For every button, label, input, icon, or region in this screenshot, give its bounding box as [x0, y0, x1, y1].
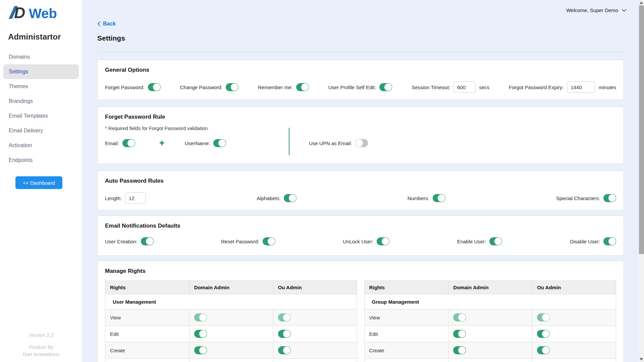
sidebar-item-themes[interactable]: Themes	[0, 79, 82, 94]
table-row: Create	[365, 342, 616, 358]
remember-me-toggle[interactable]	[296, 83, 309, 91]
auto-password-rules-title: Auto Password Rules	[105, 178, 616, 184]
change-password-label: Change Password:	[180, 84, 223, 90]
sidebar-item-domains[interactable]: Domains	[0, 50, 82, 64]
email-notifications-title: Email Notifications Defaults	[105, 223, 616, 229]
group-header-group-management: Group Management	[365, 294, 616, 309]
sidebar-item-activation[interactable]: Activation	[0, 138, 82, 153]
length-input[interactable]	[125, 192, 146, 204]
group-edit-ou-admin-toggle[interactable]	[537, 330, 550, 338]
user-create-ou-admin-toggle[interactable]	[278, 346, 291, 354]
vertical-scrollbar[interactable]	[639, 0, 644, 362]
forgot-expiry-label: Forgot Password Expiry:	[509, 84, 564, 90]
forgot-expiry-input[interactable]	[567, 81, 595, 93]
special-characters-toggle[interactable]	[603, 194, 616, 202]
session-timeout-input[interactable]	[453, 81, 476, 93]
sidebar-item-brandings[interactable]: Brandings	[0, 94, 82, 109]
row-label	[365, 359, 448, 362]
row-label: Edit	[105, 326, 189, 342]
sidebar-item-endpoints[interactable]: Endpoints	[0, 153, 82, 168]
numbers-toggle[interactable]	[433, 194, 445, 202]
session-timeout-label: Session Timeout:	[412, 84, 450, 90]
enable-user-toggle[interactable]	[489, 237, 502, 245]
table-row: View	[105, 309, 357, 325]
group-create-ou-admin-toggle[interactable]	[537, 346, 550, 354]
back-button[interactable]: Back	[97, 21, 116, 27]
auto-password-rules-card: Auto Password Rules Length: Alphabets: N…	[97, 171, 624, 210]
upn-toggle[interactable]	[355, 139, 368, 147]
forgot-expiry-unit: minutes	[598, 84, 616, 90]
header-domain-admin: Domain Admin	[189, 281, 273, 294]
table-row	[105, 358, 357, 362]
product-name-label: Dart Innovations	[0, 351, 82, 358]
reset-password-toggle[interactable]	[263, 237, 275, 245]
upn-label: Use UPN as Email:	[309, 140, 352, 146]
unlock-user-label: UnLock User:	[343, 239, 373, 244]
user-create-domain-admin-toggle[interactable]	[194, 346, 207, 354]
logo-web-text: Web	[29, 6, 57, 21]
logo-mark-text: D	[14, 4, 25, 21]
row-label: View	[365, 309, 448, 325]
user-edit-domain-admin-toggle[interactable]	[194, 330, 207, 338]
header-ou-admin: Ou Admin	[532, 281, 616, 294]
header-rights: Rights	[365, 281, 448, 294]
title-divider	[97, 52, 624, 52]
disable-user-toggle[interactable]	[603, 237, 616, 245]
email-rule-toggle[interactable]	[122, 139, 135, 147]
username-rule-label: UserName:	[184, 140, 210, 146]
user-creation-setting: User Creation:	[105, 237, 154, 245]
scroll-up-arrow-icon[interactable]	[640, 1, 643, 4]
username-rule-toggle[interactable]	[213, 139, 226, 147]
alphabets-setting: Alphabets:	[257, 194, 297, 202]
email-notifications-card: Email Notifications Defaults User Creati…	[97, 216, 624, 256]
table-row: Edit	[105, 325, 357, 342]
scroll-down-arrow-icon[interactable]	[640, 358, 643, 361]
profile-self-edit-toggle[interactable]	[379, 83, 392, 91]
dashboard-button[interactable]: << Dashboard	[15, 176, 62, 189]
table-header-row: Rights Domain Admin Ou Admin	[365, 281, 616, 294]
rights-table-user-management: Rights Domain Admin Ou Admin User Manage…	[105, 281, 357, 362]
username-rule-setting: UserName:	[184, 139, 226, 147]
user-creation-toggle[interactable]	[141, 237, 154, 245]
row-label: Edit	[365, 326, 448, 342]
add-rule-button[interactable]: +	[159, 139, 165, 148]
sidebar-item-email-delivery[interactable]: Email Delivery	[0, 123, 82, 138]
change-password-toggle[interactable]	[226, 83, 238, 91]
group-view-ou-admin-toggle[interactable]	[537, 313, 550, 321]
special-characters-setting: Special Characters:	[556, 194, 616, 202]
header-ou-admin: Ou Admin	[273, 281, 357, 294]
main-content: Welcome, Super Demo Back Settings Genera…	[83, 0, 644, 362]
alphabets-toggle[interactable]	[284, 194, 297, 202]
disable-user-label: Disable User:	[570, 239, 600, 244]
upn-setting: Use UPN as Email:	[309, 139, 368, 147]
user-edit-ou-admin-toggle[interactable]	[278, 330, 291, 338]
sidebar-item-settings[interactable]: Settings	[3, 64, 79, 79]
page-title: Settings	[97, 34, 125, 42]
group-view-domain-admin-toggle[interactable]	[453, 313, 466, 321]
forget-password-setting: Forget Password:	[105, 83, 161, 91]
rights-table-group-management: Rights Domain Admin Ou Admin Group Manag…	[364, 281, 616, 362]
sidebar-footer: Version 2.2 Product By Dart Innovations	[0, 331, 82, 358]
forget-password-toggle[interactable]	[148, 83, 161, 91]
enable-user-setting: Enable User:	[457, 237, 502, 245]
header-rights: Rights	[105, 281, 189, 294]
unlock-user-toggle[interactable]	[377, 237, 389, 245]
forget-password-label: Forget Password:	[105, 84, 145, 90]
sidebar-item-email-templates[interactable]: Email Templates	[0, 109, 82, 123]
table-row: Create	[105, 342, 357, 358]
forget-password-rule-title: Forget Password Rule	[105, 114, 616, 120]
version-label: Version 2.2	[0, 331, 82, 339]
session-timeout-setting: Session Timeout: secs	[412, 81, 489, 93]
scrollbar-thumb[interactable]	[639, 5, 644, 254]
row-label	[105, 359, 189, 362]
user-view-ou-admin-toggle[interactable]	[278, 313, 291, 321]
group-edit-domain-admin-toggle[interactable]	[453, 330, 466, 338]
group-create-domain-admin-toggle[interactable]	[453, 346, 466, 354]
email-notifications-row: User Creation: Reset Password: UnLock Us…	[105, 237, 616, 245]
numbers-label: Numbers:	[408, 195, 429, 201]
manage-rights-tables: Rights Domain Admin Ou Admin User Manage…	[105, 281, 616, 362]
user-menu[interactable]: Welcome, Super Demo	[566, 7, 627, 13]
sidebar-nav: Domains Settings Themes Brandings Email …	[0, 50, 82, 168]
forgot-expiry-setting: Forgot Password Expiry: minutes	[509, 81, 616, 93]
user-view-domain-admin-toggle[interactable]	[194, 313, 207, 321]
